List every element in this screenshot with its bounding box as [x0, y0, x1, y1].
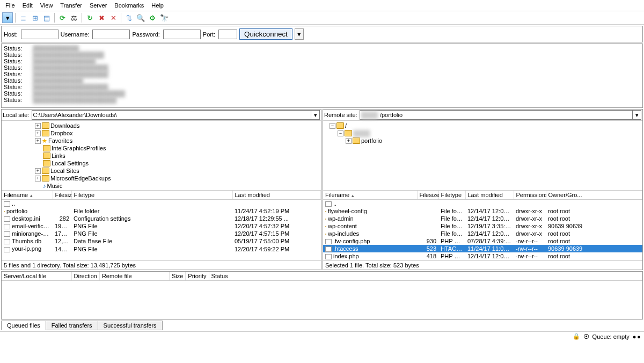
menu-file[interactable]: File — [2, 1, 18, 10]
col-filename[interactable]: Filename▴ — [323, 191, 417, 200]
tree-node[interactable]: +MicrosoftEdgeBackups — [3, 175, 320, 182]
file-row[interactable]: desktop.ini282Configuration settings12/1… — [2, 215, 321, 222]
remote-site-dropdown[interactable]: ▾ — [633, 110, 641, 120]
col-filename[interactable]: Filename▴ — [2, 191, 53, 200]
remote-tree[interactable]: −/−████+portfolio — [323, 121, 642, 191]
username-label: Username: — [61, 31, 90, 38]
process-icon[interactable]: ⚙ — [147, 12, 158, 23]
tree-node[interactable]: +Local Sites — [3, 167, 320, 175]
tree-node[interactable]: IntelGraphicsProfiles — [3, 144, 320, 152]
quickconnect-bar: Host: Username: Password: Port: Quickcon… — [1, 26, 643, 42]
file-row[interactable]: portfolioFile folder11/24/17 4:52:19 PM — [2, 207, 321, 215]
file-row[interactable]: wp-adminFile folder12/14/17 12:04:50 AMd… — [323, 215, 642, 222]
tree-node[interactable]: Links — [3, 152, 320, 159]
tree-node[interactable]: Local Settings — [3, 159, 320, 167]
tree-node[interactable]: +portfolio — [324, 137, 641, 144]
file-row[interactable]: .. — [323, 200, 642, 208]
file-row[interactable]: .htaccess523HTACCESS...11/24/17 11:07:06… — [323, 245, 642, 252]
col-filesize[interactable]: Filesize — [417, 191, 438, 200]
col-permissions[interactable]: Permissions — [514, 191, 546, 200]
tab-failed[interactable]: Failed transfers — [46, 321, 98, 330]
q-col-remote[interactable]: Remote file — [99, 272, 169, 281]
toggle-log-icon[interactable]: ≣ — [18, 12, 28, 23]
toggle-queue-icon[interactable]: ▤ — [41, 12, 52, 23]
col-filesize[interactable]: Filesize — [53, 191, 71, 200]
username-input[interactable] — [92, 30, 130, 39]
queue-tabs: Queued files Failed transfers Successful… — [1, 321, 643, 330]
tree-node[interactable]: +Dropbox — [3, 129, 320, 137]
menu-bookmarks[interactable]: Bookmarks — [111, 1, 147, 10]
tree-node[interactable]: −████ — [324, 129, 641, 137]
file-row[interactable]: .fw-config.php930PHP File07/28/17 4:39:2… — [323, 237, 642, 245]
col-owner[interactable]: Owner/Gro... — [546, 191, 642, 200]
q-col-status[interactable]: Status — [209, 272, 642, 281]
local-tree[interactable]: +Downloads+Dropbox+★FavoritesIntelGraphi… — [2, 121, 321, 191]
local-summary: 5 files and 1 directory. Total size: 13,… — [2, 260, 321, 270]
file-row[interactable]: wp-includesFile folder12/14/17 12:04:50 … — [323, 230, 642, 237]
disconnect-icon[interactable]: ✕ — [108, 12, 119, 23]
port-label: Port: — [203, 31, 215, 38]
q-col-size[interactable]: Size — [169, 272, 185, 281]
menu-server[interactable]: Server — [86, 1, 110, 10]
toggle-tree-icon[interactable]: ⊞ — [30, 12, 40, 23]
tree-node[interactable]: +Downloads — [3, 122, 320, 129]
remote-site-input[interactable]: ████/portfolio — [360, 110, 633, 120]
menu-edit[interactable]: Edit — [19, 1, 36, 10]
activity-indicator-icon: ● — [633, 333, 641, 340]
filter-icon[interactable]: ⇅ — [123, 12, 134, 23]
tab-successful[interactable]: Successful transfers — [98, 321, 163, 330]
file-row[interactable]: .. — [2, 200, 321, 208]
remote-pane: Remote site: ████/portfolio ▾ −/−████+po… — [323, 109, 643, 270]
menu-help[interactable]: Help — [148, 1, 167, 10]
transfer-queue[interactable]: Server/Local file Direction Remote file … — [1, 271, 643, 320]
remote-summary: Selected 1 file. Total size: 523 bytes — [323, 260, 642, 270]
remote-site-label: Remote site: — [324, 112, 357, 118]
port-input[interactable] — [218, 30, 237, 39]
menu-transfer[interactable]: Transfer — [57, 1, 85, 10]
refresh-icon[interactable]: ↻ — [84, 12, 95, 23]
password-input[interactable] — [163, 30, 201, 39]
host-input[interactable] — [21, 30, 58, 39]
sitemanager-icon[interactable]: ▾ — [2, 12, 13, 23]
file-row[interactable]: your-ip.png149,731PNG File12/20/17 4:59:… — [2, 245, 321, 252]
tree-node[interactable]: ♪Music — [3, 182, 320, 190]
message-log[interactable]: Status:███████████Status:███████████████… — [1, 43, 643, 108]
tree-node[interactable]: −/ — [324, 122, 641, 129]
quickconnect-dropdown[interactable]: ▾ — [295, 28, 304, 40]
file-row[interactable]: flywheel-configFile folder12/14/17 12:04… — [323, 207, 642, 215]
local-filelist[interactable]: Filename▴ Filesize Filetype Last modifie… — [2, 191, 321, 260]
file-row[interactable]: Thumbs.db12,969,472Data Base File05/19/1… — [2, 237, 321, 245]
col-modified[interactable]: Last modified — [232, 191, 321, 200]
file-row[interactable]: wordfence-waf.php316PHP File12/26/16 12:… — [323, 260, 642, 260]
sync-icon[interactable]: ⟳ — [57, 12, 68, 23]
binoculars-icon[interactable]: 🔭 — [159, 12, 170, 23]
quickconnect-button[interactable]: Quickconnect — [239, 28, 292, 40]
col-modified[interactable]: Last modified — [465, 191, 514, 200]
file-row[interactable]: miniorange-regi...179,956PNG File12/20/1… — [2, 230, 321, 237]
tree-node[interactable]: +★Favorites — [3, 137, 320, 144]
menubar: File Edit View Transfer Server Bookmarks… — [0, 0, 644, 11]
stop-icon[interactable]: ✖ — [96, 12, 107, 23]
file-row[interactable]: email-verificatio...192,284PNG File12/20… — [2, 222, 321, 230]
local-site-dropdown[interactable]: ▾ — [311, 110, 320, 120]
file-row[interactable]: index.php418PHP File12/14/17 12:04:45 AM… — [323, 252, 642, 260]
file-row[interactable]: wp-contentFile folder12/19/17 3:35:07 PM… — [323, 222, 642, 230]
local-pane: Local site: ▾ +Downloads+Dropbox+★Favori… — [1, 109, 321, 270]
menu-view[interactable]: View — [37, 1, 56, 10]
col-filetype[interactable]: Filetype — [71, 191, 232, 200]
q-col-direction[interactable]: Direction — [71, 272, 99, 281]
lock-icon[interactable]: 🔒 — [573, 333, 580, 340]
tab-queued[interactable]: Queued files — [1, 321, 46, 330]
local-site-input[interactable] — [32, 110, 311, 120]
q-col-file[interactable]: Server/Local file — [2, 272, 71, 281]
statusbar: 🔒 ⦿ Queue: empty ● — [0, 331, 644, 341]
q-col-priority[interactable]: Priority — [186, 272, 209, 281]
queue-status: Queue: empty — [592, 333, 630, 340]
password-label: Password: — [132, 31, 159, 38]
queue-indicator-icon[interactable]: ⦿ — [583, 333, 589, 340]
compare-icon[interactable]: ⚖ — [69, 12, 79, 23]
col-filetype[interactable]: Filetype — [438, 191, 465, 200]
search-icon[interactable]: 🔍 — [135, 12, 146, 23]
toolbar: ▾ ≣ ⊞ ▤ ⟳ ⚖ ↻ ✖ ✕ ⇅ 🔍 ⚙ 🔭 — [0, 11, 644, 25]
remote-filelist[interactable]: Filename▴ Filesize Filetype Last modifie… — [323, 191, 642, 260]
